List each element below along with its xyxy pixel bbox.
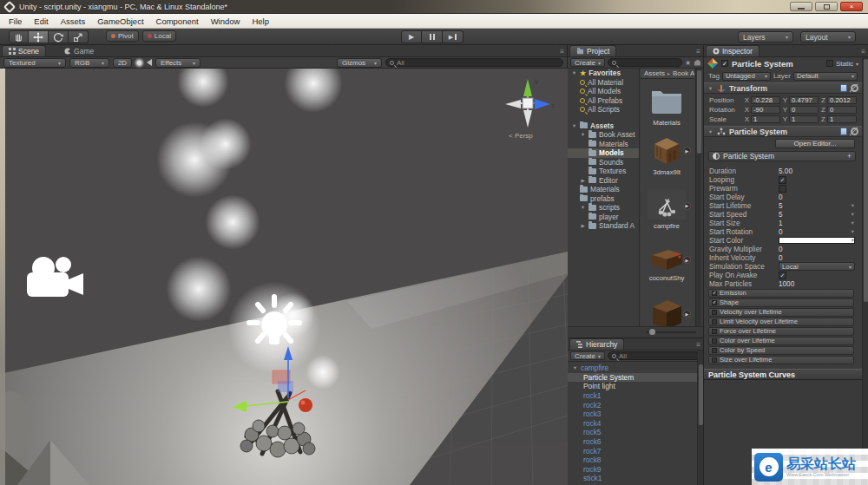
axis-z-cone[interactable] bbox=[535, 99, 550, 109]
position-y-field[interactable]: 0.4797 bbox=[789, 96, 819, 104]
enabled-checkbox[interactable]: ✓ bbox=[721, 60, 728, 67]
asset-thumb-materials[interactable] bbox=[648, 82, 686, 117]
favorite-all-material[interactable]: All Material bbox=[568, 78, 639, 88]
expand-icon[interactable]: ▼ bbox=[572, 365, 578, 370]
expand-icon[interactable]: ▼ bbox=[580, 132, 586, 137]
render-channel-dropdown[interactable]: RGB ▾ bbox=[69, 58, 109, 68]
audio-toggle-icon[interactable] bbox=[147, 59, 152, 66]
hand-tool-button[interactable] bbox=[9, 30, 29, 43]
rotate-tool-button[interactable] bbox=[49, 30, 69, 43]
hierarchy-item-rock7[interactable]: rock7 bbox=[568, 446, 697, 456]
gravity-field[interactable]: 0 bbox=[779, 246, 783, 253]
assets-root[interactable]: ▼ Assets bbox=[568, 121, 639, 131]
menu-file[interactable]: File bbox=[9, 16, 22, 26]
scrollbar-thumb[interactable] bbox=[864, 59, 868, 302]
tab-game[interactable]: Game bbox=[58, 45, 100, 56]
tree-item-models[interactable]: Models bbox=[568, 148, 639, 158]
looping-checkbox[interactable]: ✓ bbox=[779, 176, 786, 184]
search-by-type-icon[interactable]: ★ bbox=[685, 59, 692, 66]
prewarm-checkbox[interactable] bbox=[779, 185, 786, 193]
scale-tool-button[interactable] bbox=[69, 30, 89, 43]
particle-system-curves-header[interactable]: Particle System Curves bbox=[704, 369, 862, 380]
axis-cube[interactable] bbox=[523, 98, 533, 108]
lighting-toggle-icon[interactable] bbox=[135, 59, 143, 67]
menu-assets[interactable]: Assets bbox=[61, 16, 86, 26]
hierarchy-item-rock1[interactable]: rock1 bbox=[568, 391, 697, 401]
color-mode-icon[interactable]: ▼ bbox=[851, 238, 855, 243]
module-color-by-speed[interactable]: Color by Speed bbox=[708, 346, 854, 355]
campfire-object[interactable] bbox=[227, 344, 332, 466]
hierarchy-item-rock8[interactable]: rock8 bbox=[568, 456, 697, 465]
tree-item-standard-assets[interactable]: ▶Standard A bbox=[568, 221, 639, 231]
module-checkbox[interactable] bbox=[712, 357, 717, 363]
scale-z-field[interactable]: 1 bbox=[827, 115, 857, 123]
step-button[interactable]: ▶ bbox=[443, 30, 464, 43]
tree-item-materials[interactable]: Materials bbox=[568, 140, 639, 149]
menu-edit[interactable]: Edit bbox=[34, 16, 48, 26]
chevron-down-icon[interactable]: ▾ bbox=[856, 61, 858, 67]
scene-viewport[interactable]: y z < Persp bbox=[0, 69, 568, 485]
panel-menu-icon[interactable]: ≡ bbox=[696, 48, 700, 56]
menu-help[interactable]: Help bbox=[252, 16, 269, 26]
rotation-x-field[interactable]: -90 bbox=[751, 106, 780, 114]
position-x-field[interactable]: -0.228 bbox=[751, 96, 780, 104]
2d-toggle-button[interactable]: 2D bbox=[113, 58, 132, 68]
position-z-field[interactable]: 0.2012 bbox=[827, 96, 857, 104]
expand-icon[interactable]: ▼ bbox=[571, 123, 577, 128]
help-icon[interactable] bbox=[840, 84, 847, 92]
tree-item-textures[interactable]: Textures bbox=[568, 167, 639, 176]
play-button[interactable]: ▶ bbox=[401, 30, 422, 43]
curve-mode-icon[interactable]: ▼ bbox=[851, 229, 855, 234]
menu-window[interactable]: Window bbox=[211, 16, 240, 26]
tab-inspector[interactable]: Inspector bbox=[706, 45, 760, 56]
duration-field[interactable]: 5.00 bbox=[779, 167, 792, 175]
maximize-button[interactable] bbox=[815, 2, 838, 11]
module-shape[interactable]: ✓Shape bbox=[708, 298, 854, 307]
hierarchy-item-rock3[interactable]: rock3 bbox=[568, 410, 697, 419]
expand-asset-icon[interactable]: ▶ bbox=[683, 256, 691, 264]
module-limit-velocity[interactable]: Limit Velocity over Lifetime bbox=[708, 318, 854, 326]
persp-label[interactable]: < Persp bbox=[509, 132, 533, 140]
static-checkbox[interactable] bbox=[826, 60, 833, 67]
panel-menu-icon[interactable]: ≡ bbox=[861, 48, 865, 56]
tree-item-editor[interactable]: ▶Editor bbox=[568, 176, 639, 186]
inspector-scrollbar[interactable] bbox=[862, 57, 868, 485]
hierarchy-item-point-light[interactable]: Point light bbox=[568, 382, 697, 391]
hierarchy-search-input[interactable]: All bbox=[608, 351, 700, 360]
collapse-icon[interactable]: ▶ bbox=[580, 178, 586, 183]
menu-gameobject[interactable]: GameObject bbox=[97, 16, 143, 26]
hierarchy-item-particle-system[interactable]: Particle System bbox=[568, 373, 697, 383]
menu-component[interactable]: Component bbox=[156, 16, 199, 26]
rotation-y-field[interactable]: 0 bbox=[789, 106, 819, 114]
module-velocity[interactable]: Velocity over Lifetime bbox=[708, 308, 854, 317]
curve-mode-icon[interactable]: ▼ bbox=[851, 203, 855, 208]
asset-label[interactable]: Materials bbox=[641, 119, 693, 127]
axis-cone[interactable] bbox=[505, 100, 521, 108]
play-on-awake-checkbox[interactable]: ✓ bbox=[779, 272, 786, 279]
collapse-icon[interactable]: ▶ bbox=[580, 223, 586, 228]
scale-y-field[interactable]: 1 bbox=[789, 115, 819, 123]
module-force[interactable]: Force over Lifetime bbox=[708, 327, 854, 336]
asset-thumb-coconutshy[interactable]: ▶ bbox=[648, 246, 686, 272]
expand-asset-icon[interactable]: ▶ bbox=[683, 310, 691, 318]
tab-project[interactable]: Project bbox=[569, 45, 616, 56]
module-size-over-lifetime[interactable]: Size over Lifetime bbox=[708, 356, 854, 364]
module-emission[interactable]: ✓Emission bbox=[708, 289, 854, 298]
particle-system-header[interactable]: ▼ Particle System bbox=[704, 126, 862, 137]
transform-gizmo[interactable] bbox=[233, 346, 306, 412]
add-icon[interactable]: + bbox=[847, 152, 852, 161]
expand-icon[interactable]: ▼ bbox=[707, 86, 713, 91]
asset-thumb-3dmax9lt[interactable]: ▶ bbox=[648, 134, 686, 166]
module-checkbox[interactable] bbox=[712, 348, 717, 353]
layout-dropdown[interactable]: Layout ▾ bbox=[800, 31, 856, 43]
module-checkbox[interactable]: ✓ bbox=[712, 300, 717, 305]
inherit-velocity-field[interactable]: 0 bbox=[779, 254, 783, 262]
particle-system-subheader[interactable]: Particle System + bbox=[708, 151, 856, 161]
start-delay-field[interactable]: 0 bbox=[779, 193, 783, 201]
object-name[interactable]: Particle System bbox=[732, 59, 793, 69]
asset-label[interactable]: 3dmax9lt bbox=[641, 168, 693, 176]
axis-cone[interactable] bbox=[523, 110, 532, 128]
start-rotation-field[interactable]: 0 bbox=[779, 228, 783, 236]
curve-mode-icon[interactable]: ▼ bbox=[851, 212, 855, 217]
layers-dropdown[interactable]: Layers ▾ bbox=[738, 31, 793, 43]
